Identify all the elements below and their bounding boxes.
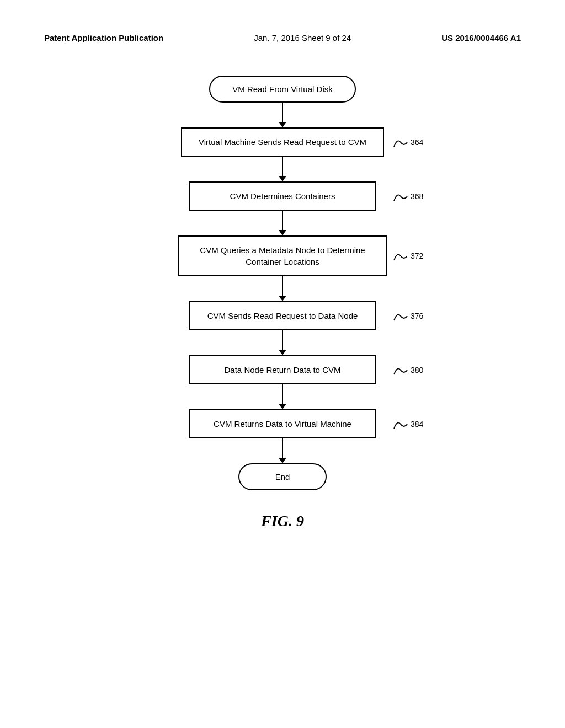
box-364-label: Virtual Machine Sends Read Request to CV… [199, 137, 366, 147]
arrow-4 [279, 276, 286, 301]
page: Patent Application Publication Jan. 7, 2… [0, 0, 565, 728]
end-label: End [275, 472, 290, 481]
node-row-368: CVM Determines Containers 368 [189, 181, 376, 211]
squiggle-372-icon [393, 250, 408, 261]
squiggle-380-icon [393, 365, 408, 376]
arrow-3 [279, 211, 286, 235]
arrow-line-6 [282, 384, 283, 404]
arrow-line-2 [282, 157, 283, 176]
box-380: Data Node Return Data to CVM [189, 355, 376, 384]
box-372: CVM Queries a Metadata Node to Determine… [178, 235, 387, 276]
ref-380: 380 [393, 365, 423, 376]
ref-376-number: 376 [411, 312, 423, 320]
box-372-label: CVM Queries a Metadata Node to Determine… [200, 245, 365, 266]
box-384: CVM Returns Data to Virtual Machine [189, 409, 376, 438]
arrow-7 [279, 438, 286, 463]
arrow-head-3 [279, 230, 286, 235]
arrow-1 [279, 103, 286, 127]
box-364: Virtual Machine Sends Read Request to CV… [181, 127, 384, 157]
squiggle-376-icon [393, 311, 408, 322]
arrow-head-2 [279, 176, 286, 181]
ref-368-number: 368 [411, 192, 423, 201]
ref-364-number: 364 [411, 138, 423, 147]
arrow-head-1 [279, 122, 286, 127]
ref-380-number: 380 [411, 366, 423, 374]
arrow-head-6 [279, 404, 286, 409]
node-row-380: Data Node Return Data to CVM 380 [189, 355, 376, 384]
squiggle-368-icon [393, 191, 408, 202]
arrow-line-5 [282, 330, 283, 350]
ref-376: 376 [393, 311, 423, 322]
start-node-row: VM Read From Virtual Disk [209, 76, 355, 103]
arrow-line-1 [282, 103, 283, 122]
node-row-384: CVM Returns Data to Virtual Machine 384 [189, 409, 376, 438]
arrow-2 [279, 157, 286, 181]
arrow-line-4 [282, 276, 283, 296]
ref-384-number: 384 [411, 420, 423, 429]
node-row-364: Virtual Machine Sends Read Request to CV… [181, 127, 384, 157]
ref-364: 364 [393, 137, 423, 148]
box-368-label: CVM Determines Containers [230, 191, 335, 201]
ref-372: 372 [393, 250, 423, 261]
header-center: Jan. 7, 2016 Sheet 9 of 24 [254, 33, 351, 42]
box-380-label: Data Node Return Data to CVM [225, 365, 341, 374]
arrow-5 [279, 330, 286, 355]
node-row-372: CVM Queries a Metadata Node to Determine… [178, 235, 387, 276]
ref-384: 384 [393, 419, 423, 430]
header-right: US 2016/0004466 A1 [441, 33, 521, 42]
arrow-head-4 [279, 296, 286, 301]
arrow-line-3 [282, 211, 283, 230]
flowchart: VM Read From Virtual Disk Virtual Machin… [44, 76, 521, 530]
arrow-head-5 [279, 350, 286, 355]
squiggle-384-icon [393, 419, 408, 430]
box-376-label: CVM Sends Read Request to Data Node [207, 311, 358, 320]
box-384-label: CVM Returns Data to Virtual Machine [214, 419, 351, 429]
figure-label: FIG. 9 [261, 512, 304, 530]
end-oval: End [238, 463, 327, 490]
arrow-6 [279, 384, 286, 409]
header-left: Patent Application Publication [44, 33, 163, 42]
header: Patent Application Publication Jan. 7, 2… [44, 33, 521, 42]
arrow-head-7 [279, 458, 286, 463]
squiggle-364-icon [393, 137, 408, 148]
box-376: CVM Sends Read Request to Data Node [189, 301, 376, 330]
node-row-376: CVM Sends Read Request to Data Node 376 [189, 301, 376, 330]
start-oval: VM Read From Virtual Disk [209, 76, 355, 103]
end-node-row: End [238, 463, 327, 490]
arrow-line-7 [282, 438, 283, 458]
ref-372-number: 372 [411, 251, 423, 260]
start-label: VM Read From Virtual Disk [232, 84, 332, 94]
box-368: CVM Determines Containers [189, 181, 376, 211]
ref-368: 368 [393, 191, 423, 202]
